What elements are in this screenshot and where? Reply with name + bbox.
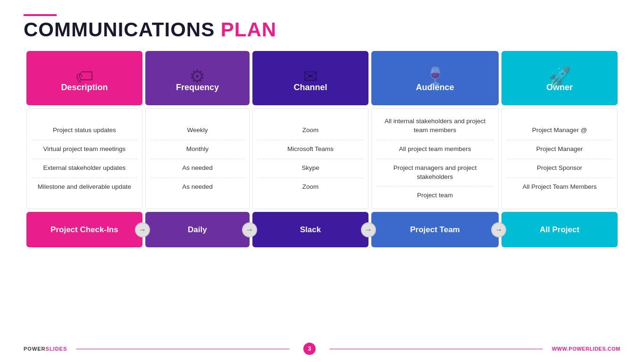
bottom-channel: Slack →	[252, 212, 368, 247]
footer-brand: POWERSLIDES	[24, 346, 67, 352]
arrow-3: →	[361, 222, 376, 237]
title-area: COMMUNICATIONS PLAN	[24, 14, 620, 40]
bottom-audience: Project Team →	[371, 212, 499, 247]
freq-1: Weekly	[151, 121, 244, 140]
freq-3: As needed	[151, 159, 244, 178]
bottom-audience-label: Project Team	[410, 225, 460, 234]
chan-4: Zoom	[258, 178, 363, 196]
title-accent-line	[24, 14, 57, 16]
header-owner-label: Owner	[546, 83, 573, 93]
footer-line-right	[330, 349, 543, 349]
header-owner: 🚀 Owner	[502, 51, 618, 105]
bottom-owner-label: All Project	[540, 225, 579, 234]
chan-2: Microsoft Teams	[258, 140, 363, 159]
arrow-2: →	[242, 222, 257, 237]
bottom-description: Project Check-Ins →	[26, 212, 142, 247]
desc-1: Project status updates	[32, 121, 137, 140]
desc-4: Milestone and deliverable update	[32, 178, 137, 196]
bottom-channel-label: Slack	[300, 225, 321, 234]
communications-table: 🏷 Description ⚙ Frequency ✉ Channel	[24, 48, 620, 250]
bottom-frequency-label: Daily	[188, 225, 207, 234]
header-audience-label: Audience	[416, 83, 454, 93]
data-row-main: Project status updates Virtual project t…	[26, 108, 618, 209]
cell-audience: All internal stakeholders and project te…	[371, 108, 499, 209]
footer-page-number: 3	[303, 343, 316, 355]
arrow-4: →	[491, 222, 506, 237]
header-description: 🏷 Description	[26, 51, 142, 105]
footer-website: WWW.POWERLIDES.COM	[552, 346, 620, 352]
cell-description: Project status updates Virtual project t…	[26, 108, 142, 209]
title-part2: PLAN	[221, 18, 276, 41]
header-description-label: Description	[61, 83, 108, 93]
freq-4: As needed	[151, 178, 244, 196]
header-channel: ✉ Channel	[252, 51, 368, 105]
header-channel-label: Channel	[293, 83, 327, 93]
bottom-row: Project Check-Ins → Daily → Slack → Proj…	[26, 212, 618, 247]
header-row: 🏷 Description ⚙ Frequency ✉ Channel	[26, 51, 618, 105]
bottom-owner: All Project	[502, 212, 618, 247]
chan-1: Zoom	[258, 121, 363, 140]
cell-channel: Zoom Microsoft Teams Skype Zoom	[252, 108, 368, 209]
bottom-frequency: Daily →	[145, 212, 250, 247]
footer: POWERSLIDES 3 WWW.POWERLIDES.COM	[24, 343, 620, 355]
header-frequency: ⚙ Frequency	[145, 51, 250, 105]
arrow-1: →	[135, 222, 150, 237]
title-part1: COMMUNICATIONS	[24, 18, 215, 41]
freq-2: Monthly	[151, 140, 244, 159]
brand-power: POWER	[24, 346, 46, 352]
aud-2: All project team members	[376, 140, 493, 159]
aud-4: Project team	[376, 186, 493, 205]
own-2: Project Manager	[507, 140, 612, 159]
chan-3: Skype	[258, 159, 363, 178]
page-title: COMMUNICATIONS PLAN	[24, 20, 620, 40]
header-frequency-label: Frequency	[176, 83, 219, 93]
header-audience: 🍷 Audience	[371, 51, 499, 105]
cell-frequency: Weekly Monthly As needed As needed	[145, 108, 250, 209]
own-1: Project Manager @	[507, 121, 612, 140]
brand-slides: SLIDES	[46, 346, 67, 352]
aud-3: Project managers and project stakeholder…	[376, 159, 493, 187]
desc-3: External stakeholder updates	[32, 159, 137, 178]
bottom-description-label: Project Check-Ins	[50, 225, 118, 234]
own-3: Project Sponsor	[507, 159, 612, 178]
own-4: All Project Team Members	[507, 178, 612, 196]
aud-1: All internal stakeholders and project te…	[376, 112, 493, 140]
desc-2: Virtual project team meetings	[32, 140, 137, 159]
footer-line-left	[76, 349, 289, 349]
page-container: COMMUNICATIONS PLAN 🏷 Description ⚙ Freq…	[0, 0, 644, 362]
cell-owner: Project Manager @ Project Manager Projec…	[502, 108, 618, 209]
